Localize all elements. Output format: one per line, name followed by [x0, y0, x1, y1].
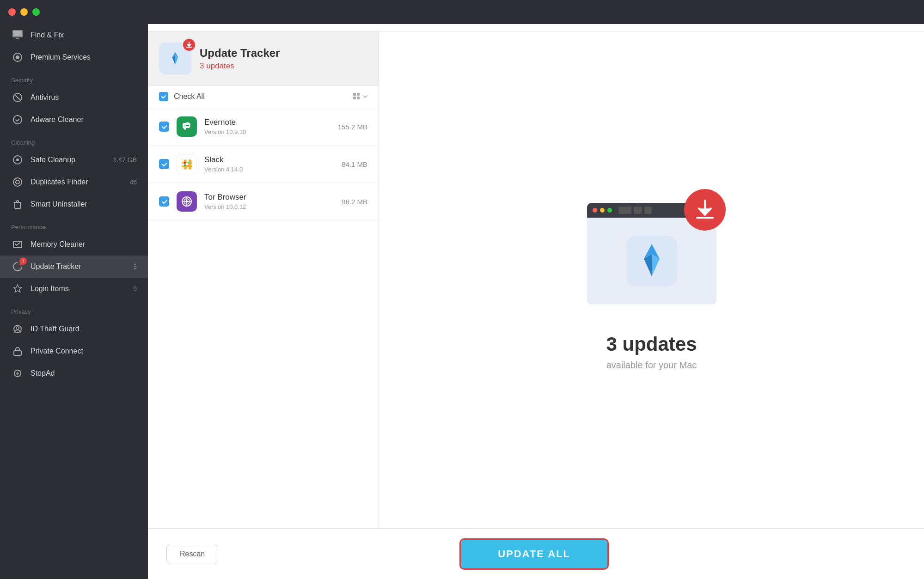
app-item-evernote[interactable]: Evernote Version 10.9.10 155.2 MB: [148, 108, 379, 146]
antivirus-icon: [11, 91, 24, 104]
promo-panel: 3 updates available for your Mac: [379, 31, 924, 528]
sidebar-item-login-items-label: Login Items: [31, 285, 133, 293]
sidebar-item-premium-services[interactable]: Premium Services: [0, 46, 148, 68]
sidebar-item-adware-cleaner[interactable]: Adware Cleaner: [0, 109, 148, 131]
tracker-download-badge: [183, 39, 195, 51]
sidebar-item-duplicates-finder[interactable]: Duplicates Finder 46: [0, 171, 148, 193]
svg-rect-21: [188, 162, 190, 164]
sidebar-item-duplicates-finder-label: Duplicates Finder: [31, 178, 129, 186]
promo-dot-yellow: [600, 208, 605, 213]
svg-point-4: [16, 55, 19, 59]
update-tracker-badge: 3: [133, 263, 137, 270]
app-icon-evernote: [177, 116, 197, 137]
app-info-evernote: Evernote Version 10.9.10: [204, 118, 338, 135]
sidebar-item-memory-cleaner[interactable]: Memory Cleaner: [0, 233, 148, 256]
tracker-info: Update Tracker 3 updates: [200, 47, 280, 71]
rescan-button[interactable]: Rescan: [166, 545, 218, 563]
app-checkbox-tor[interactable]: [159, 196, 169, 207]
section-label-cleaning: Cleaning: [0, 131, 148, 149]
svg-point-8: [13, 178, 22, 186]
sidebar-item-private-connect[interactable]: Private Connect: [0, 340, 148, 362]
svg-rect-23: [188, 165, 190, 166]
close-button[interactable]: [8, 8, 16, 16]
grid-view-button[interactable]: [353, 92, 367, 101]
check-all-bar: Check All: [148, 85, 379, 108]
sidebar-item-safe-cleanup[interactable]: Safe Cleanup 1.47 GB: [0, 149, 148, 171]
tracker-header: Update Tracker 3 updates: [148, 31, 379, 85]
memory-cleaner-icon: [11, 238, 24, 251]
sidebar-item-premium-services-label: Premium Services: [31, 53, 137, 61]
find-fix-icon: [11, 29, 24, 42]
sidebar-item-stopad[interactable]: StopAd: [0, 362, 148, 384]
id-theft-guard-icon: [11, 323, 24, 335]
login-items-icon: [11, 282, 24, 295]
main-content: mackeeper: [148, 0, 924, 579]
svg-rect-22: [184, 165, 186, 166]
app-size-evernote: 155.2 MB: [338, 123, 367, 131]
private-connect-icon: [11, 345, 24, 358]
promo-graphic: [578, 189, 726, 318]
svg-rect-1: [13, 31, 22, 36]
update-all-button[interactable]: UPDATE ALL: [459, 538, 609, 570]
tracker-icon-wrap: [159, 43, 191, 75]
sidebar-item-adware-cleaner-label: Adware Cleaner: [31, 116, 137, 124]
svg-rect-20: [184, 162, 186, 164]
sidebar-item-find-fix[interactable]: Find & Fix: [0, 24, 148, 46]
app-checkbox-slack[interactable]: [159, 159, 169, 169]
promo-download-badge: [684, 189, 726, 231]
svg-rect-16: [353, 93, 356, 96]
svg-rect-10: [15, 202, 20, 208]
content-area: Update Tracker 3 updates Check All: [148, 31, 924, 528]
sidebar-item-update-tracker-label: Update Tracker: [31, 262, 133, 271]
sidebar-item-login-items[interactable]: Login Items 9: [0, 278, 148, 300]
sidebar-item-private-connect-label: Private Connect: [31, 347, 137, 355]
app-name-evernote: Evernote: [204, 118, 338, 127]
check-all-checkbox[interactable]: [159, 92, 168, 101]
sidebar-item-id-theft-guard[interactable]: ID Theft Guard: [0, 318, 148, 340]
svg-line-6: [14, 94, 21, 101]
svg-rect-19: [357, 97, 360, 99]
app-item-slack[interactable]: Slack Version 4.14.0 84.1 MB: [148, 146, 379, 183]
duplicates-finder-icon: [11, 176, 24, 189]
safe-cleanup-badge: 1.47 GB: [113, 156, 137, 164]
adware-cleaner-icon: [11, 113, 24, 126]
promo-dot-red: [593, 208, 597, 213]
duplicates-finder-badge: 46: [129, 178, 137, 186]
sidebar-item-antivirus-label: Antivirus: [31, 93, 137, 102]
svg-rect-14: [14, 351, 21, 355]
sidebar-item-id-theft-guard-label: ID Theft Guard: [31, 325, 137, 333]
app-icon-tor: [177, 191, 197, 212]
app-list: Evernote Version 10.9.10 155.2 MB: [148, 108, 379, 528]
list-panel: Update Tracker 3 updates Check All: [148, 31, 379, 528]
sidebar-item-stopad-label: StopAd: [31, 369, 137, 378]
svg-point-13: [16, 327, 19, 329]
sidebar-item-update-tracker[interactable]: ! Update Tracker 3: [0, 256, 148, 278]
titlebar: [0, 0, 924, 24]
promo-title: 3 updates: [606, 333, 697, 355]
app-version-tor: Version 10.0.12: [204, 203, 342, 210]
sidebar-item-find-fix-label: Find & Fix: [31, 31, 137, 39]
app-size-slack: 84.1 MB: [342, 160, 367, 168]
promo-window-body: [587, 218, 716, 305]
stopad-icon: [11, 367, 24, 380]
svg-rect-2: [16, 38, 19, 39]
maximize-button[interactable]: [32, 8, 40, 16]
sidebar-item-safe-cleanup-label: Safe Cleanup: [31, 156, 113, 164]
sidebar-item-smart-uninstaller-label: Smart Uninstaller: [31, 200, 137, 208]
tracker-title: Update Tracker: [200, 47, 280, 60]
app-item-tor[interactable]: Tor Browser Version 10.0.12 96.2 MB: [148, 183, 379, 220]
app-checkbox-evernote[interactable]: [159, 122, 169, 132]
bottom-bar: Rescan UPDATE ALL: [148, 528, 924, 579]
sidebar-item-antivirus[interactable]: Antivirus: [0, 86, 148, 109]
section-label-security: Security: [0, 68, 148, 86]
minimize-button[interactable]: [20, 8, 28, 16]
sidebar-item-memory-cleaner-label: Memory Cleaner: [31, 240, 137, 249]
svg-rect-18: [353, 97, 356, 99]
sidebar-item-smart-uninstaller[interactable]: Smart Uninstaller: [0, 193, 148, 215]
safe-cleanup-icon: [11, 153, 24, 166]
app-name-tor: Tor Browser: [204, 193, 342, 202]
app-icon-slack: [177, 154, 197, 174]
app-info-tor: Tor Browser Version 10.0.12: [204, 193, 342, 210]
promo-dot-green: [607, 208, 612, 213]
sidebar: Find & Fix Premium Services Security Ant…: [0, 0, 148, 579]
